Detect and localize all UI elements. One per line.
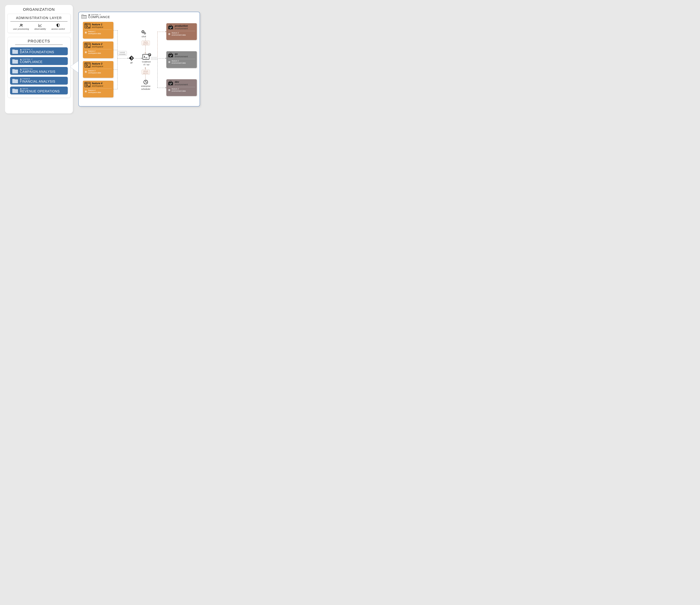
project-detail-panel: CENTRAL IT COMPLIANCE feature 1workspace…	[78, 12, 200, 106]
arrow-icon	[145, 53, 146, 54]
workspace-data-line: feature 3	[88, 70, 101, 72]
connector	[157, 88, 166, 88]
environment-card-production[interactable]: productionenvironment feature 2environme…	[166, 23, 197, 40]
environment-data-line: environment data	[172, 90, 185, 92]
workspace-subtitle: workspace	[92, 46, 103, 48]
folder-icon	[12, 78, 18, 83]
workspace-icon	[84, 23, 91, 28]
git-label: git	[130, 61, 132, 64]
workspace-title: feature 4	[92, 82, 103, 85]
project-dept: SALES	[20, 88, 60, 90]
refresh-pipeline-tag: refresh pipeline	[142, 70, 150, 74]
connector	[145, 39, 146, 41]
environment-subtitle: environment	[175, 55, 188, 58]
connector	[151, 57, 157, 57]
connector	[157, 32, 158, 57]
connector	[135, 58, 142, 58]
workspace-data-line: feature 1	[88, 30, 101, 33]
workspace-card-feature-2[interactable]: feature 2workspace feature 2workspace da…	[83, 42, 114, 58]
environment-title: dev	[175, 81, 188, 83]
snowflake-icon	[84, 31, 87, 34]
divider	[10, 21, 68, 22]
workspace-icon	[84, 82, 91, 87]
project-item-financial-analysis[interactable]: FINANCE FINANCIAL ANALYSIS	[10, 77, 68, 84]
workspace-subtitle: workspace	[92, 85, 103, 87]
project-name: DATA FOUNDATIONS	[20, 50, 54, 54]
admin-item-access-control: access control	[51, 24, 65, 30]
detail-header: CENTRAL IT COMPLIANCE	[81, 14, 197, 19]
project-dept: FINANCE	[20, 78, 55, 80]
project-item-compliance[interactable]: CENTRAL IT COMPLIANCE	[10, 57, 68, 65]
project-name: REVENUE OPERATIONS	[20, 90, 60, 93]
snowflake-icon	[168, 61, 171, 63]
workspace-data-line: feature 4	[88, 89, 101, 92]
connector	[151, 58, 157, 58]
folder-icon	[12, 49, 18, 54]
admin-item-user-provisioning: user provisioning	[13, 24, 29, 30]
divider	[168, 87, 195, 87]
environment-card-dev[interactable]: devenvironment feature 2environment data	[166, 79, 197, 96]
environment-data-line: feature 2	[172, 60, 185, 62]
divider	[15, 45, 63, 45]
snowflake-icon	[84, 71, 87, 73]
arrow-icon	[166, 87, 167, 88]
workspace-icon	[84, 63, 91, 68]
admin-item-label: access control	[51, 28, 65, 30]
project-item-revenue-operations[interactable]: SALES REVENUE OPERATIONS	[10, 87, 68, 94]
folder-icon	[12, 68, 18, 73]
arrow-icon	[141, 57, 142, 59]
workspace-subtitle: workspace	[92, 26, 103, 28]
environment-title: production	[175, 25, 188, 27]
user-group-icon	[19, 24, 23, 27]
project-item-data-foundations[interactable]: CENTRAL IT DATA FOUNDATIONS	[10, 47, 68, 55]
admin-item-label: observability	[34, 28, 46, 30]
briefcase-icon	[168, 53, 173, 57]
connector	[157, 58, 166, 58]
workspace-data-line: feature 2	[88, 50, 101, 52]
projects-card: PROJECTS CENTRAL IT DATA FOUNDATIONS CEN…	[7, 37, 71, 98]
divider	[168, 59, 195, 59]
connector	[117, 58, 128, 58]
connector	[145, 74, 146, 79]
team-icon	[20, 78, 22, 80]
folder-icon	[12, 88, 18, 93]
git-icon	[129, 55, 134, 61]
workspace-card-feature-1[interactable]: feature 1workspace feature 1workspace da…	[83, 22, 114, 39]
workspace-data-line: workspace data	[88, 72, 101, 74]
swirl-icon	[85, 25, 88, 27]
project-dept: CENTRAL IT	[20, 49, 54, 50]
arrow-icon	[166, 31, 167, 32]
workspace-title: feature 3	[92, 63, 103, 65]
divider	[84, 29, 112, 30]
arrow-icon	[145, 67, 146, 68]
git-node: git	[129, 55, 134, 64]
coalesce-label-2: cli / api	[143, 64, 149, 66]
snowflake-icon	[84, 90, 87, 93]
swirl-icon	[85, 45, 88, 47]
snowflake-icon	[168, 33, 171, 35]
workspace-card-feature-3[interactable]: feature 3workspace feature 3workspace da…	[83, 61, 114, 78]
projects-title: PROJECTS	[10, 39, 68, 43]
workspace-data-line: workspace data	[88, 92, 101, 94]
connector	[151, 59, 157, 60]
divider	[84, 49, 112, 49]
folder-icon	[12, 58, 18, 64]
admin-layer-title: ADMINISTRATION LAYER	[10, 16, 68, 20]
team-icon	[20, 59, 22, 60]
folder-icon	[81, 14, 86, 19]
scheduler-label-1: enterprise	[141, 85, 150, 87]
scheduler-label-2: scheduler	[141, 88, 150, 90]
briefcase-icon	[168, 25, 173, 29]
team-icon	[88, 66, 90, 67]
environment-title: qa	[175, 53, 188, 55]
project-name: COMPLIANCE	[20, 60, 43, 64]
organization-panel: ORGANIZATION ADMINISTRATION LAYER user p…	[5, 4, 73, 114]
chart-line-icon	[39, 24, 42, 27]
swirl-icon	[148, 53, 151, 56]
workspace-card-feature-4[interactable]: feature 4workspace feature 4workspace da…	[83, 81, 114, 97]
organization-title: ORGANIZATION	[7, 7, 71, 12]
environment-data-line: environment data	[172, 34, 185, 36]
gears-icon	[142, 30, 146, 35]
project-item-campaign-analysis[interactable]: MARKETING CAMPAIGN ANALYSIS	[10, 67, 68, 75]
environment-card-qa[interactable]: qaenvironment feature 2environment data	[166, 51, 197, 68]
